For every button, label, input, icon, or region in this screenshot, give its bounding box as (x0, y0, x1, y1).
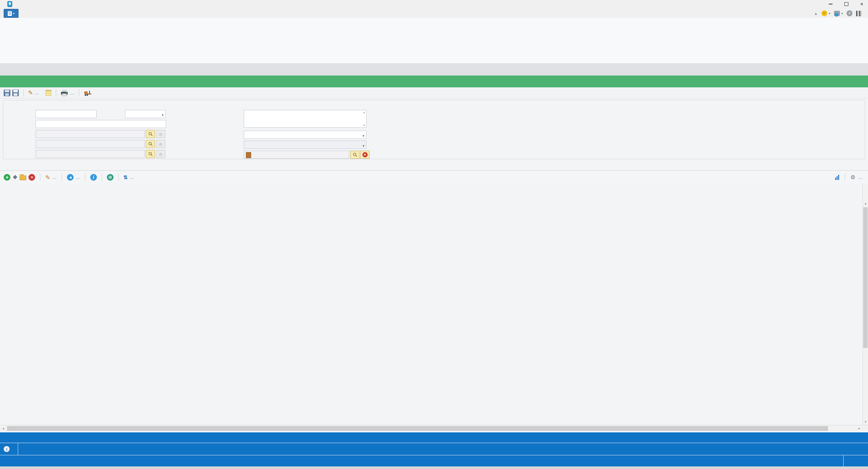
relations-icon[interactable]: ❖ (13, 174, 17, 181)
theme-icon[interactable] (834, 11, 840, 16)
status-bar (0, 455, 868, 466)
rapport-field[interactable] (36, 140, 145, 148)
barcode-scanner-icon[interactable] (856, 11, 863, 16)
info-badge-icon: i (4, 446, 10, 452)
window-edge (0, 466, 868, 469)
info-textarea[interactable]: ▲ ▼ (244, 110, 367, 128)
feedback-smiley-icon[interactable]: ☺ (821, 10, 827, 16)
note-icon[interactable] (45, 90, 51, 96)
filter-more-button[interactable]: … (130, 175, 135, 180)
rapport-search-button[interactable] (146, 140, 155, 148)
ribbon (0, 18, 868, 64)
scroll-up-icon[interactable]: ▲ (363, 111, 365, 114)
horizontal-scrollbar[interactable]: ◄ ► (0, 425, 868, 432)
stueckliste-search-button[interactable] (350, 151, 359, 159)
app-menu-button[interactable]: ▾ (4, 9, 18, 18)
vorgang-search-button[interactable] (146, 150, 155, 158)
datum-select[interactable] (125, 110, 166, 118)
collapse-ribbon-icon[interactable]: ▲ (814, 11, 818, 16)
spacer-bar (0, 432, 868, 443)
scroll-up-icon[interactable]: ▲ (863, 201, 868, 207)
close-gray-icon[interactable]: ✕ (847, 10, 852, 16)
status-liste-select[interactable] (244, 131, 367, 139)
undo-icon[interactable]: ◄ (67, 174, 74, 181)
save-close-icon[interactable] (12, 90, 19, 96)
title-bar: ✕ (0, 0, 868, 8)
scrollbar-thumb[interactable] (863, 207, 868, 348)
scroll-down-icon[interactable]: ▼ (863, 419, 868, 425)
rapport-camera-button[interactable]: ◎ (156, 140, 165, 148)
hamburger-icon (8, 11, 12, 16)
vorgang-field[interactable] (36, 150, 145, 158)
vertical-scrollbar[interactable]: ▲ ▼ (862, 201, 868, 425)
undo-more-button[interactable]: … (76, 175, 80, 180)
scrollbar-thumb[interactable] (7, 426, 828, 431)
stueckliste-remove-button[interactable]: ✕ (360, 151, 369, 159)
scroll-left-icon[interactable]: ◄ (0, 425, 6, 432)
table-settings-more-button[interactable]: … (858, 175, 863, 180)
record-toolbar: ✎ … … (0, 87, 868, 98)
stueckliste-icon (246, 152, 251, 158)
folder-icon[interactable] (20, 175, 26, 180)
bezeichnung-field[interactable] (36, 120, 166, 128)
record-info-bar: i (0, 443, 868, 455)
print-icon[interactable] (61, 90, 68, 96)
grid-toolbar: + ❖ ✕ ✎ … ◄ … i ⊕ ⇅ … ⚙ … (0, 171, 868, 184)
save-icon[interactable] (4, 90, 10, 96)
close-button[interactable]: ✕ (858, 1, 865, 7)
maximize-button[interactable] (843, 1, 850, 7)
scroll-right-icon[interactable]: ► (856, 425, 862, 432)
view-header (0, 76, 868, 87)
detail-tab-bar (0, 160, 868, 171)
delete-row-button[interactable]: ✕ (28, 174, 35, 181)
info-icon[interactable]: i (90, 174, 97, 181)
vorgang-camera-button[interactable]: ◎ (156, 150, 165, 158)
projekt-search-button[interactable] (146, 130, 155, 138)
status-bewertung-select[interactable] (244, 141, 367, 149)
edit-icon[interactable]: ✎ (28, 89, 33, 96)
table-settings-icon[interactable]: ⚙ (851, 174, 855, 181)
menu-bar: ▾ ▲ ☺▾ ▾ ✕ (0, 8, 868, 18)
chevron-down-icon[interactable]: ▾ (829, 12, 830, 15)
projekt-field[interactable] (36, 130, 145, 138)
document-tab-bar (0, 64, 868, 76)
scroll-down-icon[interactable]: ▼ (363, 124, 365, 127)
filter-icon[interactable]: ⇅ (124, 174, 128, 180)
chevron-down-icon[interactable]: ▾ (841, 12, 843, 15)
add-row-button[interactable]: + (4, 174, 10, 181)
edit-more-button[interactable]: … (35, 91, 39, 95)
edit-row-icon[interactable]: ✎ (45, 174, 50, 181)
print-more-button[interactable]: … (70, 91, 74, 95)
statistics-icon[interactable] (835, 175, 839, 180)
projekt-camera-button[interactable]: ◎ (156, 130, 165, 138)
application-window: ✕ ▾ ▲ ☺▾ ▾ ✕ ✎ … (0, 0, 868, 469)
nr-field[interactable] (36, 110, 97, 118)
forklift-icon[interactable] (84, 90, 92, 96)
chevron-down-icon: ▾ (13, 12, 14, 15)
edit-row-more-button[interactable]: … (53, 175, 57, 180)
app-icon (7, 1, 12, 7)
web-icon[interactable]: ⊕ (107, 174, 114, 181)
remove-icon: ✕ (362, 152, 368, 157)
general-section: ◎ ◎ ◎ ▲ ▼ ✕ (3, 100, 865, 159)
minimize-button[interactable] (827, 1, 834, 7)
stueckliste-field[interactable] (244, 151, 349, 159)
